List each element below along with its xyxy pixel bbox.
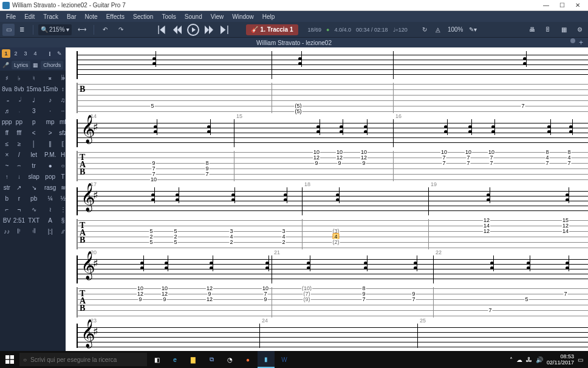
fret-number[interactable]: 7 [489,160,493,166]
chords-button[interactable]: Chords [41,61,63,69]
palette-item-42[interactable]: × [2,150,12,159]
fret-number[interactable]: 9 [162,296,166,302]
close-button[interactable]: ✕ [570,1,586,10]
fret-number[interactable]: 14 [562,228,569,234]
palette-item-12[interactable]: 𝅝 [2,95,12,105]
palette-item-31[interactable]: fff [13,128,25,137]
tray-network-icon[interactable]: 🖧 [526,356,532,363]
palette-item-39[interactable]: ‖ [43,139,58,148]
print-button[interactable]: 🖶 [526,24,538,36]
voice-1[interactable]: 1 [2,49,10,58]
palette-item-13[interactable]: 𝅗𝅥 [13,95,25,105]
menu-help[interactable]: Help [259,13,279,21]
palette-item-72[interactable]: ⌐ [2,204,12,214]
palette-item-60[interactable]: str [2,182,12,192]
menu-edit[interactable]: Edit [21,13,38,21]
minimize-button[interactable]: — [538,1,554,10]
palette-item-74[interactable]: ∿ [26,204,41,214]
fret-number[interactable]: 5 [150,103,154,109]
fret-number[interactable]: 5 [173,239,177,245]
taskbar-app-firefox[interactable]: ● [239,351,256,368]
palette-item-56[interactable]: slap [26,172,41,181]
palette-item-80[interactable]: TXT [26,215,41,225]
fret-number[interactable]: (2) [332,239,340,245]
palette-item-26[interactable]: p [26,117,41,127]
palette-item-62[interactable]: ↘ [26,182,41,192]
lyrics-button[interactable]: Lyrics [12,61,30,69]
taskbar-app-explorer[interactable]: ▇ [185,351,202,368]
palette-item-75[interactable]: ≀ [43,204,58,214]
palette-item-43[interactable]: / [13,150,25,159]
scroll-view-button[interactable]: ≣ [16,24,28,36]
menu-note[interactable]: Note [81,13,101,21]
palette-item-49[interactable]: ⌢ [13,161,25,170]
palette-item-4[interactable]: 𝄫 [59,73,66,83]
fret-number[interactable]: 7 [563,291,567,297]
palette-item-50[interactable]: tr [26,161,41,170]
palette-item-20[interactable]: 3 [26,106,41,116]
menu-effects[interactable]: Effects [103,13,128,21]
fret-number[interactable]: 7 [205,171,209,177]
palette-item-38[interactable]: │ [26,139,41,148]
fret-number[interactable]: 9 [361,160,366,166]
palette-item-18[interactable]: ♬ [2,106,12,116]
palette-item-27[interactable]: mp [43,117,58,127]
voice-2[interactable]: 2 [12,49,20,58]
palette-item-44[interactable]: let [26,150,41,159]
voice-3[interactable]: 3 [21,49,30,58]
palette-item-84[interactable]: ♪♪ [2,226,12,236]
task-view-button[interactable]: ◧ [148,351,165,368]
palette-item-16[interactable]: ♫ [59,95,66,105]
maximize-button[interactable]: ☐ [554,1,570,10]
fret-number[interactable]: 9 [314,160,318,166]
fret-number[interactable]: 10 [150,176,157,182]
palette-item-34[interactable]: sfz [59,128,66,137]
palette-item-9[interactable]: 15mb [43,84,58,94]
fret-number[interactable]: 12 [483,228,490,234]
palette-item-3[interactable]: 𝄪 [43,73,58,83]
palette-item-88[interactable]: ⫽ [59,226,66,236]
loop-button[interactable]: ↻ [419,24,431,36]
search-input[interactable] [30,356,143,363]
go-end-button[interactable] [218,23,231,36]
palette-item-40[interactable]: ⟦ [59,139,66,148]
fret-number[interactable]: 7 [411,296,415,302]
palette-item-32[interactable]: < [26,128,41,137]
fret-number[interactable]: (5) [295,108,303,114]
next-bar-button[interactable] [202,23,216,36]
palette-item-61[interactable]: ↗ [13,182,25,192]
palette-item-30[interactable]: ff [2,128,12,137]
palette-item-36[interactable]: ≤ [2,139,12,148]
menu-file[interactable]: File [2,13,19,21]
add-tab-button[interactable]: + [576,38,586,47]
menu-view[interactable]: View [207,13,228,21]
palette-item-6[interactable]: 8va [2,84,12,94]
palette-item-86[interactable]: 𝄇 [26,226,41,236]
fret-number[interactable]: 12 [206,296,213,302]
fret-number[interactable]: 7 [545,160,549,166]
tray-cloud-icon[interactable]: ☁ [516,356,522,363]
palette-item-19[interactable]: 𝅭 [13,106,25,116]
palette-item-67[interactable]: r [13,193,25,203]
fret-number[interactable]: (9) [303,296,311,302]
palette-item-78[interactable]: BV [2,215,12,225]
speed-button[interactable]: 100% [445,24,466,36]
palette-item-1[interactable]: ♭ [13,73,25,83]
palette-item-46[interactable]: H [59,150,66,159]
palette-item-21[interactable]: · [43,106,58,116]
fret-number[interactable]: 9 [263,296,267,302]
tray-volume-icon[interactable]: 🔊 [536,356,543,363]
fret-number[interactable]: 5 [149,239,153,245]
palette-item-76[interactable]: ⋮ [59,204,66,214]
fret-number[interactable]: 7 [442,160,446,166]
palette-item-73[interactable]: ¬ [13,204,25,214]
palette-item-55[interactable]: ↓ [13,172,25,181]
undo-button[interactable]: ↶ [99,24,111,36]
play-button[interactable] [186,23,200,36]
settings-button[interactable]: ⚙ [573,24,586,36]
palette-item-70[interactable]: ½ [59,193,66,203]
taskbar-search[interactable]: ○ [19,353,147,366]
palette-item-64[interactable]: ≋ [59,182,66,192]
design-mode-icon[interactable]: ✎ [55,49,64,58]
menu-sound[interactable]: Sound [181,13,206,21]
